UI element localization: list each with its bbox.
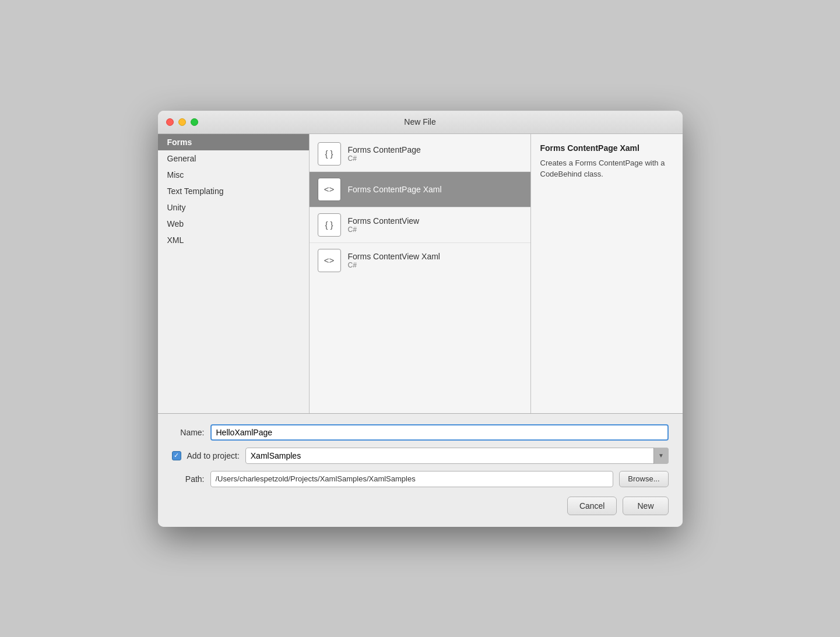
category-list: FormsGeneralMiscText TemplatingUnityWebX… — [158, 134, 310, 413]
cancel-button[interactable]: Cancel — [567, 497, 617, 515]
window-title: New File — [404, 117, 435, 126]
project-select[interactable]: XamlSamples — [245, 448, 669, 464]
close-button[interactable] — [166, 118, 174, 126]
template-info-forms-contentpage-xaml: Forms ContentPage Xaml — [348, 185, 442, 194]
template-name-forms-contentpage: Forms ContentPage — [348, 145, 421, 154]
template-item-forms-contentpage-xaml[interactable]: <> Forms ContentPage Xaml — [310, 172, 530, 207]
path-label: Path: — [172, 474, 205, 484]
browse-button[interactable]: Browse... — [619, 471, 668, 487]
minimize-button[interactable] — [178, 118, 186, 126]
name-row: Name: — [172, 424, 669, 441]
sidebar-item-forms[interactable]: Forms — [158, 134, 309, 150]
sidebar-item-xml[interactable]: XML — [158, 232, 309, 248]
add-to-project-label: Add to project: — [187, 451, 240, 460]
path-row: Path: Browse... — [172, 471, 669, 487]
template-list: { } Forms ContentPage C# <> Forms Conten… — [310, 134, 531, 413]
template-icon-forms-contentview: { } — [318, 213, 341, 237]
template-icon-forms-contentview-xaml: <> — [318, 249, 341, 272]
template-info-forms-contentview-xaml: Forms ContentView Xaml C# — [348, 252, 440, 269]
sidebar-item-text-templating[interactable]: Text Templating — [158, 183, 309, 199]
template-info-forms-contentpage: Forms ContentPage C# — [348, 145, 421, 163]
main-content: FormsGeneralMiscText TemplatingUnityWebX… — [158, 134, 683, 414]
form-area: Name: ✓ Add to project: XamlSamples ▼ Pa… — [158, 414, 683, 527]
template-item-forms-contentpage[interactable]: { } Forms ContentPage C# — [310, 136, 530, 172]
template-icon-forms-contentpage: { } — [318, 142, 341, 166]
template-item-forms-contentview[interactable]: { } Forms ContentView C# — [310, 207, 530, 243]
detail-title: Forms ContentPage Xaml — [540, 143, 673, 153]
sidebar-item-general[interactable]: General — [158, 150, 309, 167]
name-input[interactable] — [210, 424, 669, 441]
dialog: New File FormsGeneralMiscText Templating… — [158, 111, 683, 527]
maximize-button[interactable] — [191, 118, 198, 126]
template-info-forms-contentview: Forms ContentView C# — [348, 216, 420, 234]
template-item-forms-contentview-xaml[interactable]: <> Forms ContentView Xaml C# — [310, 243, 530, 278]
add-to-project-checkbox[interactable]: ✓ — [172, 451, 181, 460]
template-name-forms-contentpage-xaml: Forms ContentPage Xaml — [348, 185, 442, 194]
titlebar-buttons — [166, 118, 198, 126]
add-to-project-checkbox-wrap[interactable]: ✓ — [172, 451, 181, 460]
template-lang-forms-contentview: C# — [348, 226, 420, 234]
sidebar-item-misc[interactable]: Misc — [158, 167, 309, 183]
name-label: Name: — [172, 428, 205, 437]
path-input[interactable] — [210, 471, 614, 487]
project-select-wrap: XamlSamples ▼ — [245, 448, 669, 464]
template-name-forms-contentview: Forms ContentView — [348, 216, 420, 226]
new-button[interactable]: New — [623, 497, 668, 515]
template-icon-forms-contentpage-xaml: <> — [318, 178, 341, 201]
template-lang-forms-contentpage: C# — [348, 154, 421, 163]
sidebar-item-web[interactable]: Web — [158, 216, 309, 232]
detail-description: Creates a Forms ContentPage with a CodeB… — [540, 157, 673, 180]
project-row: ✓ Add to project: XamlSamples ▼ — [172, 448, 669, 464]
button-row: Cancel New — [172, 497, 669, 515]
titlebar: New File — [158, 111, 683, 134]
sidebar-item-unity[interactable]: Unity — [158, 199, 309, 216]
template-name-forms-contentview-xaml: Forms ContentView Xaml — [348, 252, 440, 261]
detail-panel: Forms ContentPage Xaml Creates a Forms C… — [531, 134, 683, 413]
template-lang-forms-contentview-xaml: C# — [348, 261, 440, 269]
